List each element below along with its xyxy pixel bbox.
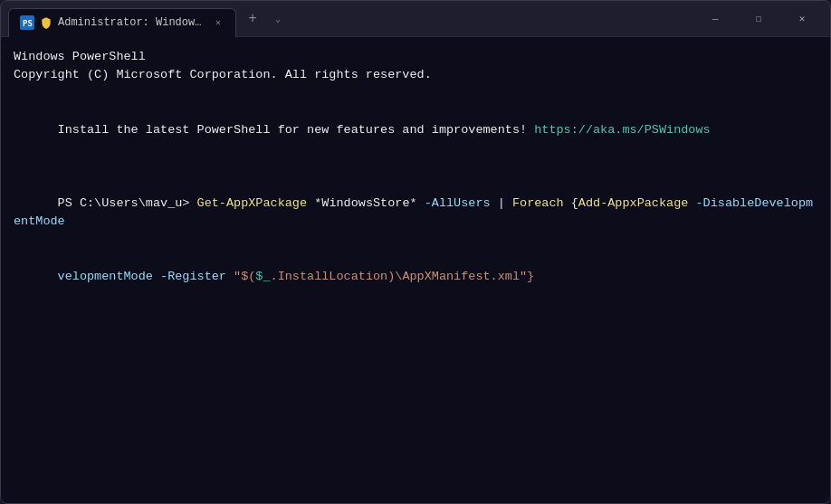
output-line-3 — [14, 85, 817, 103]
powershell-icon: PS — [20, 15, 34, 30]
cmd-dot-install: .InstallLocation)\AppXManifest.xml"} — [271, 270, 535, 283]
cmd-allusers: -AllUsers — [425, 196, 491, 210]
maximize-button[interactable]: ☐ — [738, 5, 779, 33]
install-text: Install the latest PowerShell for new fe… — [58, 123, 535, 137]
powershell-window: PS Administrator: Windows Pow... ✕ + ⌄ —… — [0, 0, 831, 504]
tab-close-button[interactable]: ✕ — [212, 16, 224, 29]
cmd-dollar: $_ — [255, 270, 270, 283]
ps-prompt: PS C:\Users\mav_u> — [58, 196, 197, 210]
tab-area: PS Administrator: Windows Pow... ✕ + ⌄ — [8, 5, 694, 33]
svg-text:PS: PS — [23, 19, 33, 28]
cmd-brace-open: { — [564, 196, 578, 210]
terminal-body[interactable]: Windows PowerShell Copyright (C) Microso… — [1, 37, 830, 503]
cmd-store: *WindowsStore* — [307, 196, 425, 210]
command-line-2: velopmentMode -Register "$($_.InstallLoc… — [14, 250, 817, 305]
cmd-continuation: velopmentMode — [58, 270, 153, 283]
output-line-1: Windows PowerShell — [14, 48, 817, 66]
minimize-button[interactable]: — — [694, 5, 736, 33]
command-line: PS C:\Users\mav_u> Get-AppXPackage *Wind… — [14, 176, 817, 250]
cmd-get-appx: Get-AppXPackage — [197, 196, 308, 210]
output-line-2: Copyright (C) Microsoft Corporation. All… — [14, 66, 817, 84]
install-url: https://aka.ms/PSWindows — [534, 123, 710, 137]
title-bar: PS Administrator: Windows Pow... ✕ + ⌄ —… — [1, 1, 830, 37]
cmd-add-appx: Add-AppxPackage — [578, 196, 689, 210]
output-line-4: Install the latest PowerShell for new fe… — [14, 103, 817, 158]
new-tab-button[interactable]: + — [240, 6, 265, 32]
cmd-register: -Register — [153, 270, 226, 283]
cmd-foreach: Foreach — [512, 196, 564, 210]
cmd-quote-open: "$( — [226, 270, 255, 283]
close-button[interactable]: ✕ — [781, 5, 823, 33]
tab-title: Administrator: Windows Pow... — [58, 16, 203, 29]
tab-dropdown-button[interactable]: ⌄ — [265, 6, 291, 32]
active-tab[interactable]: PS Administrator: Windows Pow... ✕ — [8, 8, 236, 37]
window-controls: — ☐ ✕ — [694, 5, 823, 33]
cmd-pipe: | — [491, 196, 512, 210]
admin-shield-icon — [40, 16, 53, 29]
output-line-5 — [14, 158, 817, 176]
